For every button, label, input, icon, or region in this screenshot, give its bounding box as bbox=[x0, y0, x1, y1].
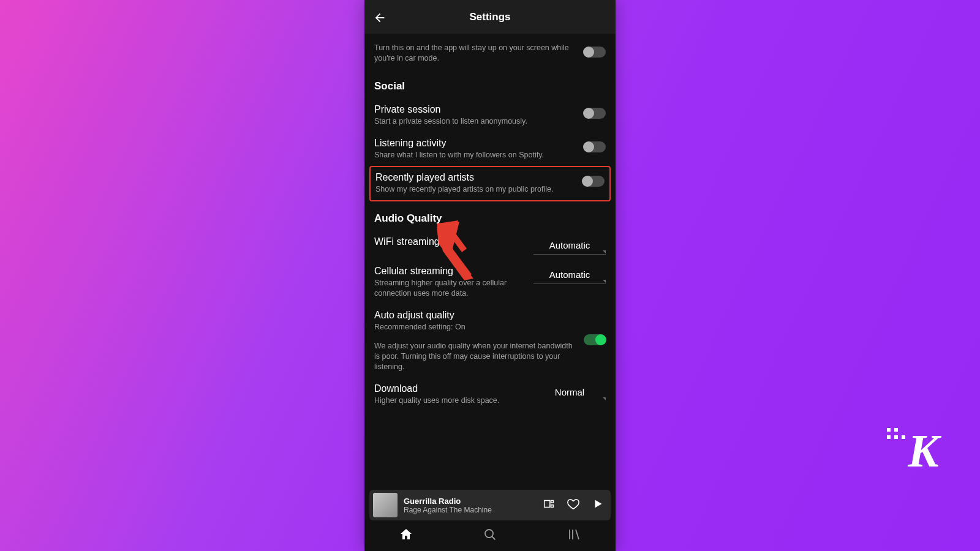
bottom-nav bbox=[364, 520, 616, 551]
setting-desc: We adjust your audio quality when your i… bbox=[374, 341, 576, 372]
nav-search-icon[interactable] bbox=[483, 527, 497, 544]
setting-title: Listening activity bbox=[374, 138, 576, 149]
toggle-auto-adjust-quality[interactable] bbox=[584, 334, 606, 345]
section-header-social: Social bbox=[374, 80, 606, 92]
toggle-listening-activity[interactable] bbox=[584, 141, 606, 152]
settings-scroll[interactable]: Turn this on and the app will stay up on… bbox=[364, 34, 616, 520]
setting-sub: Start a private session to listen anonym… bbox=[374, 116, 576, 127]
play-icon[interactable] bbox=[591, 497, 605, 513]
track-artist: Rage Against The Machine bbox=[404, 506, 536, 514]
setting-sub: Recommended setting: On bbox=[374, 322, 576, 332]
arrow-left-icon bbox=[373, 11, 386, 24]
setting-auto-adjust-quality[interactable]: Auto adjust quality Recommended setting:… bbox=[374, 304, 606, 378]
setting-title: Download bbox=[374, 383, 526, 394]
setting-title: Auto adjust quality bbox=[374, 310, 576, 321]
back-button[interactable] bbox=[371, 9, 389, 27]
nav-library-icon[interactable] bbox=[567, 527, 581, 544]
now-playing-actions bbox=[542, 497, 605, 513]
highlight-recently-played: Recently played artists Show my recently… bbox=[369, 166, 611, 202]
nav-home-icon[interactable] bbox=[399, 527, 413, 544]
setting-cellular-streaming[interactable]: Cellular streaming Streaming higher qual… bbox=[374, 260, 606, 304]
phone-frame: Settings Turn this on and the app will s… bbox=[364, 0, 616, 551]
setting-keep-app-open[interactable]: Turn this on and the app will stay up on… bbox=[374, 37, 606, 69]
setting-wifi-streaming[interactable]: WiFi streaming Automatic bbox=[374, 231, 606, 260]
setting-sub: Share what I listen to with my followers… bbox=[374, 150, 576, 160]
section-header-audio-quality: Audio Quality bbox=[374, 212, 606, 225]
setting-download[interactable]: Download Higher quality uses more disk s… bbox=[374, 378, 606, 411]
setting-title: WiFi streaming bbox=[374, 236, 526, 247]
setting-sub: Higher quality uses more disk space. bbox=[374, 395, 526, 406]
devices-icon[interactable] bbox=[542, 497, 556, 513]
heart-icon[interactable] bbox=[567, 497, 580, 513]
setting-title: Cellular streaming bbox=[374, 266, 526, 277]
setting-sub: Turn this on and the app will stay up on… bbox=[374, 43, 576, 64]
now-playing-text: Guerrilla Radio Rage Against The Machine bbox=[404, 497, 536, 514]
album-art bbox=[373, 493, 398, 517]
watermark-logo: K bbox=[908, 424, 937, 478]
dropdown-download[interactable]: Normal bbox=[533, 383, 606, 401]
setting-recently-played-artists[interactable]: Recently played artists Show my recently… bbox=[375, 171, 605, 196]
dropdown-cellular-streaming[interactable]: Automatic bbox=[533, 266, 606, 284]
toggle-recently-played-artists[interactable] bbox=[582, 176, 605, 187]
toggle-keep-app-open[interactable] bbox=[584, 47, 606, 58]
svg-point-0 bbox=[485, 530, 493, 538]
setting-listening-activity[interactable]: Listening activity Share what I listen t… bbox=[374, 132, 606, 166]
setting-title: Recently played artists bbox=[375, 172, 575, 183]
now-playing-bar[interactable]: Guerrilla Radio Rage Against The Machine bbox=[369, 490, 611, 520]
track-title: Guerrilla Radio bbox=[404, 497, 536, 506]
setting-title: Private session bbox=[374, 104, 576, 115]
setting-sub: Show my recently played artists on my pu… bbox=[375, 184, 575, 195]
dropdown-wifi-streaming[interactable]: Automatic bbox=[533, 236, 606, 255]
setting-private-session[interactable]: Private session Start a private session … bbox=[374, 99, 606, 132]
setting-sub: Streaming higher quality over a cellular… bbox=[374, 278, 526, 299]
top-bar: Settings bbox=[364, 0, 616, 34]
page-title: Settings bbox=[469, 11, 510, 23]
toggle-private-session[interactable] bbox=[584, 108, 606, 119]
